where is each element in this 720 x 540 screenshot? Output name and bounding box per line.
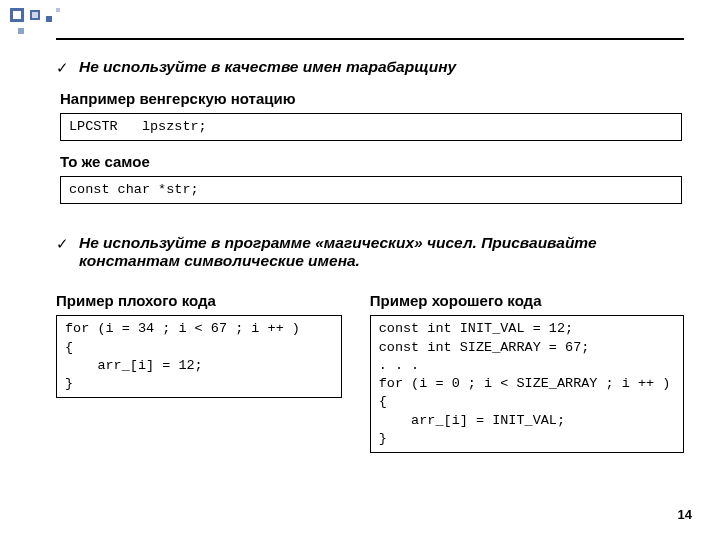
checkmark-icon: ✓	[56, 58, 69, 76]
bullet-1-text: Не используйте в качестве имен тарабарщи…	[79, 58, 456, 76]
good-code-box: const int INIT_VAL = 12; const int SIZE_…	[370, 315, 684, 453]
bad-code-box: for (i = 34 ; i < 67 ; i ++ ) { arr_[i] …	[56, 315, 342, 398]
good-code-label: Пример хорошего кода	[370, 292, 684, 309]
checkmark-icon: ✓	[56, 234, 69, 270]
bullet-2-text: Не используйте в программе «магических» …	[79, 234, 684, 270]
code-hungarian: LPCSTR lpszstr;	[60, 113, 682, 141]
slide-decoration	[10, 8, 82, 38]
subheading-same: То же самое	[60, 153, 684, 170]
good-code-column: Пример хорошего кода const int INIT_VAL …	[370, 284, 684, 465]
code-same: const char *str;	[60, 176, 682, 204]
subheading-hungarian: Например венгерскую нотацию	[60, 90, 684, 107]
title-underline	[56, 38, 684, 40]
bullet-1: ✓ Не используйте в качестве имен тарабар…	[56, 58, 684, 76]
page-number: 14	[678, 507, 692, 522]
bullet-2: ✓ Не используйте в программе «магических…	[56, 234, 684, 270]
bad-code-column: Пример плохого кода for (i = 34 ; i < 67…	[56, 284, 342, 465]
code-columns: Пример плохого кода for (i = 34 ; i < 67…	[56, 284, 684, 465]
bad-code-label: Пример плохого кода	[56, 292, 342, 309]
